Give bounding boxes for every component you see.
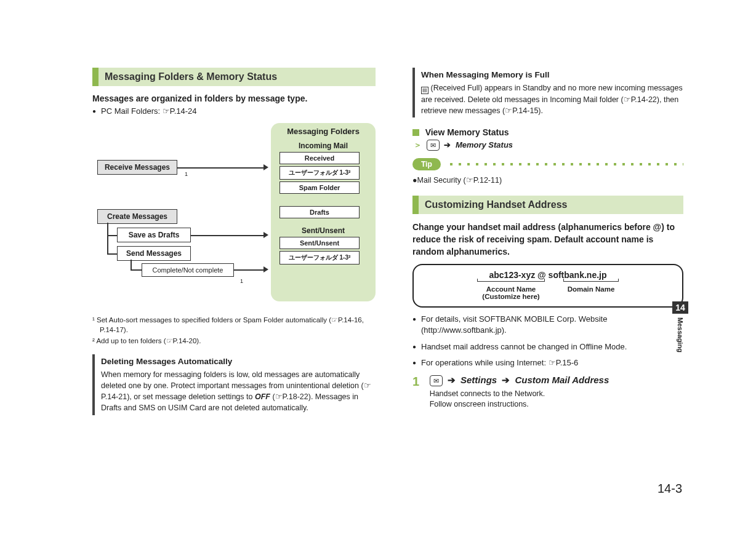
memory-full-callout: When Messaging Memory is Full ▤ (Receive… <box>412 68 683 117</box>
connector-line <box>107 253 117 255</box>
footnote-1: ¹ Set Auto-sort messages to specified fo… <box>92 315 376 335</box>
settings-label: Settings <box>460 375 497 385</box>
memory-status-step: ＞ ✉ ➔ Memory Status <box>414 140 683 151</box>
received-box: Received <box>279 152 360 164</box>
step-1: 1 ✉ ➔ Settings ➔ Custom Mail Address Han… <box>412 375 683 410</box>
chevron-icon: ＞ <box>414 140 422 149</box>
view-memory-label: View Memory Status <box>425 127 509 137</box>
step-main-line: ✉ ➔ Settings ➔ Custom Mail Address <box>430 375 682 386</box>
arrow-icon <box>263 232 268 238</box>
receive-messages-box: Receive Messages <box>97 160 177 175</box>
received-full-icon: ▤ <box>421 87 428 94</box>
deleting-messages-callout: Deleting Messages Automatically When mem… <box>92 354 376 415</box>
off-label: OFF <box>255 392 270 401</box>
incoming-mail-header: Incoming Mail <box>279 141 367 150</box>
chapter-label: Messaging <box>677 314 684 356</box>
mail-key-icon: ✉ <box>427 140 440 151</box>
internet-bullet: For operations while using Internet: ☞P.… <box>412 357 683 368</box>
arrow-icon: ➔ <box>502 375 510 385</box>
step-number: 1 <box>412 375 427 389</box>
spam-folder-box: Spam Folder <box>279 181 360 194</box>
pc-mail-bullet: PC Mail Folders: ☞P.14-24 <box>92 106 376 117</box>
tip-badge: Tip <box>412 158 441 170</box>
domain-name-part: Domain Name <box>563 281 619 300</box>
drafts-box: Drafts <box>279 206 360 218</box>
connector-line <box>107 235 117 236</box>
user-folder-2-box: ユーザーフォルダ 1-3² <box>279 251 360 265</box>
customize-here-label: (Customize here) <box>477 293 545 300</box>
account-name-label: Account Name <box>477 285 545 293</box>
step-sub-2: Follow onscreen instructions. <box>430 399 682 410</box>
arrow-icon <box>263 266 268 272</box>
domain-name-label: Domain Name <box>563 285 619 293</box>
arrow-icon <box>263 164 268 170</box>
page-number: 14-3 <box>657 482 682 496</box>
address-parts: Account Name (Customize here) Domain Nam… <box>426 281 670 300</box>
left-column: Messaging Folders & Memory Status Messag… <box>92 68 376 415</box>
page-content: Messaging Folders & Memory Status Messag… <box>92 68 665 415</box>
custom-mail-label: Custom Mail Address <box>515 375 609 385</box>
sent-unsent-box: Sent/Unsent <box>279 237 360 249</box>
square-bullet-icon <box>412 129 419 136</box>
right-column: When Messaging Memory is Full ▤ (Receive… <box>412 68 683 415</box>
footnote-2: ² Add up to ten folders (☞P.14-20). <box>92 336 376 346</box>
user-folder-1-box: ユーザーフォルダ 1-3² <box>279 166 360 180</box>
tip-row: Tip <box>412 158 683 170</box>
tip-item: ●Mail Security (☞P.12-11) <box>412 175 683 185</box>
tip-dots-icon <box>447 162 683 166</box>
lead-text: Change your handset mail address (alphan… <box>412 221 683 258</box>
step-sub-1: Handset connects to the Network. <box>430 389 682 400</box>
offline-bullet: Handset mail address cannot be changed i… <box>412 341 683 352</box>
address-example: abc123-xyz @ softbank.ne.jp <box>426 270 670 280</box>
footnote-marker-2: 1 <box>240 278 243 284</box>
callout-title: Deleting Messages Automatically <box>101 356 376 368</box>
lead-text: Messages are organized in folders by mes… <box>92 93 376 103</box>
chapter-number: 14 <box>672 301 688 314</box>
footnote-marker-1: 1 <box>185 171 188 177</box>
view-memory-heading: View Memory Status <box>412 127 683 137</box>
complete-box: Complete/Not complete <box>142 263 234 277</box>
account-name-part: Account Name (Customize here) <box>477 281 545 300</box>
address-example-box: abc123-xyz @ softbank.ne.jp Account Name… <box>412 264 683 308</box>
details-bullet: For details, visit SOFTBANK MOBILE Corp.… <box>412 314 683 336</box>
save-as-drafts-box: Save as Drafts <box>117 228 191 242</box>
mail-key-icon: ✉ <box>430 375 443 386</box>
bracket-icon <box>563 281 619 284</box>
connector-line <box>107 223 108 253</box>
arrow-icon: ➔ <box>448 375 456 385</box>
group-title: Messaging Folders <box>271 127 376 136</box>
folders-diagram: Messaging Folders Incoming Mail Received… <box>92 123 376 308</box>
connector-line <box>191 235 265 236</box>
memory-status-label: Memory Status <box>456 140 513 149</box>
callout-body: (Received Full) appears in Standby and n… <box>421 84 683 115</box>
side-tab: 14 Messaging <box>672 301 688 358</box>
section-heading: Messaging Folders & Memory Status <box>92 68 376 86</box>
send-messages-box: Send Messages <box>117 246 191 261</box>
connector-line <box>234 269 263 271</box>
callout-title: When Messaging Memory is Full <box>421 69 683 81</box>
arrow-icon: ➔ <box>444 140 451 149</box>
messaging-folders-group: Messaging Folders Incoming Mail Received… <box>271 123 376 301</box>
section-heading: Customizing Handset Address <box>412 196 683 214</box>
bracket-icon <box>477 281 545 284</box>
connector-line <box>177 167 263 169</box>
sent-unsent-header: Sent/Unsent <box>279 226 367 235</box>
connector-line <box>131 269 142 271</box>
create-messages-box: Create Messages <box>97 209 177 224</box>
